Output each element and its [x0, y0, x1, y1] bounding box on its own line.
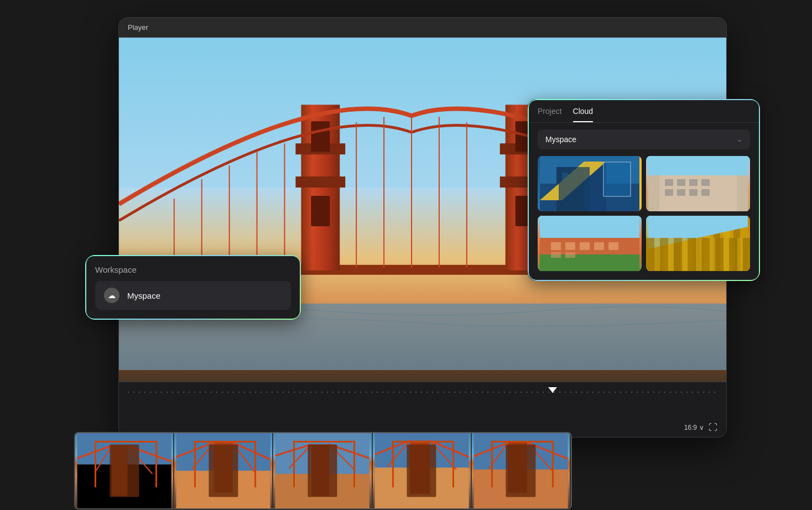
svg-rect-103 [733, 227, 740, 271]
workspace-title: Workspace [95, 265, 291, 274]
cloud-dropdown-value: Myspace [545, 135, 576, 144]
film-strip [74, 432, 572, 509]
svg-rect-86 [551, 242, 561, 250]
svg-line-36 [127, 446, 152, 474]
svg-line-35 [96, 446, 112, 471]
svg-rect-7 [311, 121, 330, 152]
svg-rect-38 [176, 471, 270, 508]
svg-line-64 [527, 443, 553, 471]
svg-line-57 [430, 441, 456, 470]
svg-rect-76 [677, 179, 685, 186]
svg-rect-89 [594, 242, 604, 250]
film-frame-1 [75, 433, 174, 508]
svg-rect-6 [295, 176, 345, 188]
svg-rect-102 [723, 227, 730, 271]
cloud-thumbnail-4[interactable] [646, 216, 750, 271]
svg-rect-77 [689, 179, 698, 186]
tab-cloud[interactable]: Cloud [573, 107, 594, 122]
cloud-panel: Project Cloud Myspace ⌄ [528, 99, 760, 281]
svg-rect-91 [551, 252, 561, 258]
svg-rect-73 [648, 156, 748, 175]
fullscreen-icon: ⛶ [709, 423, 717, 432]
film-frame-3 [273, 433, 372, 508]
cloud-thumbnail-3[interactable] [538, 216, 642, 271]
svg-rect-70 [572, 170, 579, 181]
film-frame-2 [174, 433, 273, 508]
workspace-popup-inner: Workspace ☁ Myspace [86, 256, 300, 319]
player-titlebar: Player [119, 18, 726, 38]
cloud-tabs: Project Cloud [529, 100, 759, 123]
svg-rect-79 [665, 189, 673, 196]
svg-rect-45 [275, 474, 369, 508]
svg-line-42 [192, 443, 214, 470]
svg-line-50 [329, 444, 356, 471]
cloud-dropdown-arrow: ⌄ [737, 136, 742, 143]
svg-rect-69 [562, 173, 569, 181]
film-frame-4 [373, 433, 472, 508]
svg-rect-80 [677, 189, 685, 196]
svg-marker-67 [556, 167, 584, 211]
svg-rect-87 [565, 242, 575, 250]
svg-line-49 [289, 444, 312, 468]
cloud-thumbnail-1[interactable] [538, 156, 642, 211]
svg-line-43 [233, 443, 255, 472]
player-title: Player [128, 23, 148, 32]
film-frame-5 [472, 433, 571, 508]
timeline-playhead-line [552, 392, 553, 393]
svg-rect-78 [701, 179, 710, 186]
cloud-workspace-dropdown[interactable]: Myspace ⌄ [538, 129, 750, 149]
svg-rect-46 [312, 444, 330, 496]
scene-container: Player [74, 17, 738, 493]
aspect-ratio-button[interactable]: 16:9 ∨ [684, 424, 704, 431]
svg-rect-53 [410, 441, 430, 494]
svg-rect-81 [689, 189, 698, 196]
fullscreen-button[interactable]: ⛶ [709, 423, 717, 433]
svg-rect-8 [311, 196, 330, 226]
svg-rect-75 [665, 179, 673, 186]
timeline-controls: 16:9 ∨ ⛶ [128, 423, 717, 433]
svg-rect-90 [608, 242, 618, 250]
svg-rect-88 [580, 242, 590, 250]
svg-rect-31 [112, 446, 127, 496]
workspace-cloud-icon: ☁ [104, 288, 119, 303]
aspect-ratio-chevron: ∨ [699, 424, 704, 431]
workspace-item[interactable]: ☁ Myspace [95, 281, 291, 310]
svg-rect-92 [565, 252, 575, 258]
aspect-ratio-label: 16:9 [684, 424, 697, 431]
svg-rect-82 [701, 189, 710, 196]
svg-rect-39 [214, 443, 233, 493]
workspace-popup: Workspace ☁ Myspace [85, 255, 301, 320]
svg-rect-30 [77, 465, 171, 508]
svg-rect-59 [473, 470, 568, 508]
svg-line-63 [489, 443, 508, 469]
timeline-ruler [128, 387, 717, 398]
workspace-item-name: Myspace [127, 291, 160, 300]
cloud-thumbnail-2[interactable] [646, 156, 750, 211]
cloud-thumbnail-grid [529, 156, 759, 280]
tab-project[interactable]: Project [538, 107, 562, 122]
cloud-panel-inner: Project Cloud Myspace ⌄ [529, 100, 759, 280]
svg-rect-60 [508, 443, 527, 493]
svg-rect-52 [374, 467, 469, 508]
svg-rect-32 [112, 446, 127, 496]
timeline-track[interactable] [128, 392, 717, 393]
timeline-area: 16:9 ∨ ⛶ [119, 382, 726, 437]
